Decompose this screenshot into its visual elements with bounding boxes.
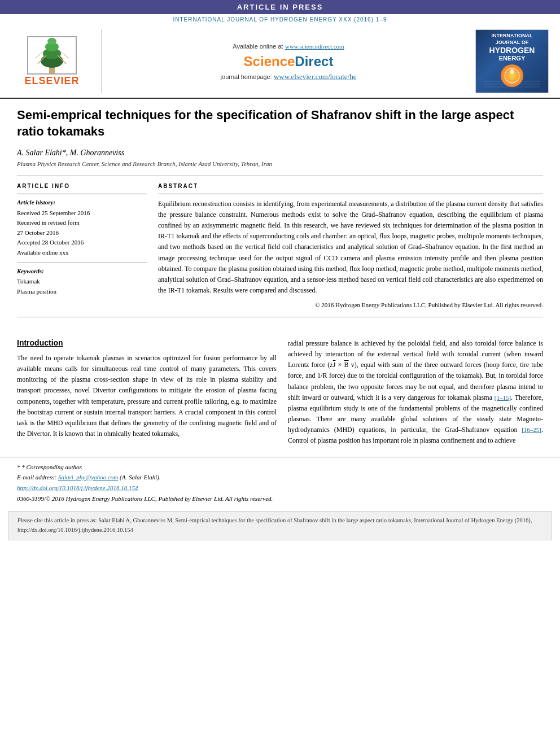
article-info-column: ARTICLE INFO Article history: Received 2… xyxy=(17,183,147,310)
available-online-date: Available online xxx xyxy=(17,248,147,258)
journal-cover: International Journal of HYDROGEN ENERGY xyxy=(475,29,549,93)
citation-box: Please cite this article in press as: Sa… xyxy=(8,511,552,540)
citation-text: Please cite this article in press as: Sa… xyxy=(18,517,532,533)
email-footnote: E-mail address: Salari_phy@yahoo.com (A.… xyxy=(17,472,543,483)
article-title: Semi-emprical techniques for the specifi… xyxy=(17,107,543,139)
available-online-text: Available online at www.sciencedirect.co… xyxy=(233,42,344,51)
keywords-label: Keywords: xyxy=(17,268,147,274)
body-content: Introduction The need to operate tokamak… xyxy=(0,338,560,451)
keyword-1: Tokamak xyxy=(17,276,147,287)
journal-header-line: INTERNATIONAL JOURNAL OF HYDROGEN ENERGY… xyxy=(0,14,560,25)
email-attribution: (A. Salar Elahi). xyxy=(120,474,161,480)
abstract-text: Equilibrium reconstruction consists in i… xyxy=(158,199,543,296)
article-history-label: Article history: xyxy=(17,199,147,206)
email-label: E-mail address: xyxy=(17,474,56,480)
footnote-star: * xyxy=(17,464,20,470)
divider-abstract xyxy=(158,194,543,194)
article-info-heading: ARTICLE INFO xyxy=(17,183,147,189)
journal-homepage-url[interactable]: www.elsevier.com/locate/he xyxy=(274,72,356,81)
author-email[interactable]: Salari_phy@yahoo.com xyxy=(58,474,118,480)
svg-line-8 xyxy=(35,51,43,58)
svg-point-4 xyxy=(47,38,56,45)
introduction-heading: Introduction xyxy=(17,338,277,347)
svg-line-9 xyxy=(60,51,69,58)
elsevier-logo: ELSEVIER xyxy=(24,36,79,87)
copyright-footnote: 0360-3199/© 2016 Hydrogen Energy Publica… xyxy=(17,493,543,504)
abstract-heading: ABSTRACT xyxy=(158,183,543,189)
journal-cover-art: International Journal of HYDROGEN ENERGY xyxy=(476,30,548,93)
ref-16-25[interactable]: [16–25] xyxy=(522,426,541,433)
sciencedirect-logo: ScienceDirect xyxy=(244,54,334,69)
ref-1-15[interactable]: [1–15] xyxy=(495,394,511,401)
introduction-column: Introduction The need to operate tokamak… xyxy=(17,338,277,451)
intro-continuation-column: radial pressure balance is achieved by t… xyxy=(288,338,543,451)
cover-pattern-icon xyxy=(484,78,540,90)
revised-date-label: Received in revised form xyxy=(17,218,147,228)
keyword-2: Plasma position xyxy=(17,286,147,297)
article-info-abstract: ARTICLE INFO Article history: Received 2… xyxy=(17,183,543,310)
elsevier-tree-icon xyxy=(27,36,77,75)
intro-paragraph-1: The need to operate tokamak plasmas in s… xyxy=(17,353,277,440)
main-content: Semi-emprical techniques for the specifi… xyxy=(0,99,560,329)
doi-link[interactable]: http://dx.doi.org/10.1016/j.ijhydene.201… xyxy=(17,484,138,491)
article-history-dates: Received 25 September 2016 Received in r… xyxy=(17,208,147,258)
corresponding-author-note: * * Corresponding author. xyxy=(17,462,543,473)
elsevier-wordmark: ELSEVIER xyxy=(24,75,79,87)
journal-cover-energy: ENERGY xyxy=(499,55,525,62)
journal-cover-intl: International Journal of xyxy=(479,33,545,46)
elsevier-logo-section: ELSEVIER xyxy=(11,29,102,93)
accepted-date: Accepted 28 October 2016 xyxy=(17,238,147,248)
svg-point-11 xyxy=(510,69,514,74)
authors: A. Salar Elahi*, M. Ghoranneviss xyxy=(17,148,543,158)
divider-2 xyxy=(17,317,543,317)
journal-homepage-line: journal homepage: www.elsevier.com/locat… xyxy=(221,72,357,81)
divider-article-info xyxy=(17,194,147,194)
journal-cover-hydrogen: HYDROGEN xyxy=(489,46,535,55)
doi-footnote: http://dx.doi.org/10.1016/j.ijhydene.201… xyxy=(17,483,543,493)
top-header: ELSEVIER Available online at www.science… xyxy=(0,25,560,99)
revised-date: 27 October 2016 xyxy=(17,228,147,238)
sciencedirect-section: Available online at www.sciencedirect.co… xyxy=(107,29,470,93)
divider-1 xyxy=(17,176,543,176)
footnote-area: * * Corresponding author. E-mail address… xyxy=(0,457,560,507)
divider-keywords xyxy=(17,263,147,263)
abstract-column: ABSTRACT Equilibrium reconstruction cons… xyxy=(158,183,543,310)
affiliation: Plasma Physics Research Center, Science … xyxy=(17,160,543,167)
abstract-copyright: © 2016 Hydrogen Energy Publications LLC,… xyxy=(158,300,543,310)
article-in-press-banner: ARTICLE IN PRESS xyxy=(0,0,560,14)
intro-paragraph-right: radial pressure balance is achieved by t… xyxy=(288,338,543,447)
sciencedirect-url[interactable]: www.sciencedirect.com xyxy=(285,43,344,50)
received-date: Received 25 September 2016 xyxy=(17,208,147,219)
